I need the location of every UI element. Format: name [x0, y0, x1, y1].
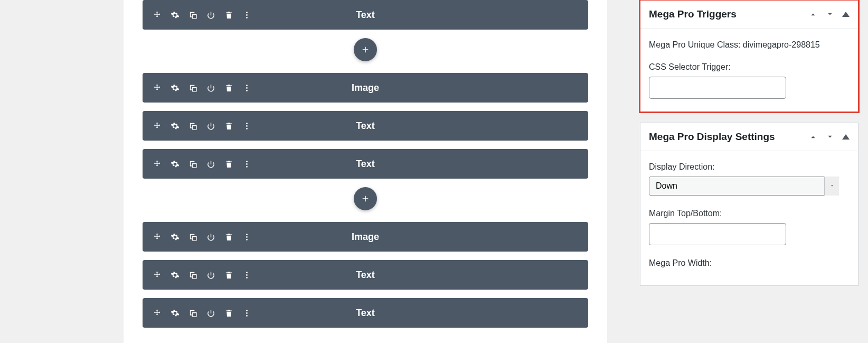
delete-icon[interactable]: [224, 121, 233, 131]
gear-icon[interactable]: [170, 308, 180, 318]
svg-point-1: [246, 14, 248, 16]
more-icon[interactable]: [242, 232, 251, 242]
gear-icon[interactable]: [170, 121, 180, 131]
module-toolbar: [143, 232, 251, 242]
svg-point-5: [246, 90, 248, 91]
delete-icon[interactable]: [224, 10, 233, 20]
power-icon[interactable]: [206, 10, 215, 20]
panel-controls: [808, 132, 850, 142]
editor-main-area: Text Image: [17, 0, 640, 343]
panel-title: Mega Pro Triggers: [649, 8, 737, 21]
delete-icon[interactable]: [224, 270, 233, 280]
duplicate-icon[interactable]: [188, 159, 197, 169]
module-toolbar: [143, 308, 251, 318]
move-icon[interactable]: [152, 83, 162, 92]
gear-icon[interactable]: [170, 270, 180, 280]
move-icon[interactable]: [152, 232, 162, 242]
width-label: Mega Pro Width:: [649, 257, 850, 270]
mega-pro-triggers-panel: Mega Pro Triggers Mega Pro Unique Class:…: [640, 0, 858, 112]
collapse-triangle-icon[interactable]: [842, 12, 850, 17]
mega-pro-display-panel: Mega Pro Display Settings Display Direct…: [640, 123, 858, 286]
move-icon[interactable]: [152, 159, 162, 169]
svg-point-10: [246, 163, 248, 165]
duplicate-icon[interactable]: [188, 83, 197, 92]
power-icon[interactable]: [206, 308, 215, 318]
more-icon[interactable]: [242, 121, 251, 131]
width-field: Mega Pro Width:: [649, 257, 850, 270]
delete-icon[interactable]: [224, 308, 233, 318]
add-module-button[interactable]: [354, 38, 377, 61]
unique-class-text: Mega Pro Unique Class: divimegapro-29881…: [649, 39, 850, 51]
svg-point-3: [246, 85, 248, 86]
margin-input[interactable]: [649, 223, 786, 245]
collapse-triangle-icon[interactable]: [842, 134, 850, 140]
gear-icon[interactable]: [170, 10, 180, 20]
display-direction-select-wrap: [649, 177, 839, 196]
panel-header: Mega Pro Triggers: [640, 1, 858, 29]
power-icon[interactable]: [206, 159, 215, 169]
margin-field: Margin Top/Bottom:: [649, 207, 850, 245]
chevron-up-icon[interactable]: [808, 10, 818, 19]
move-icon[interactable]: [152, 308, 162, 318]
module-toolbar: [143, 270, 251, 280]
delete-icon[interactable]: [224, 83, 233, 92]
css-trigger-label: CSS Selector Trigger:: [649, 61, 850, 73]
duplicate-icon[interactable]: [188, 10, 197, 20]
svg-point-6: [246, 123, 248, 124]
module-toolbar: [143, 159, 251, 169]
panel-controls: [808, 10, 850, 19]
module-toolbar: [143, 83, 251, 92]
chevron-down-icon[interactable]: [825, 132, 835, 142]
gear-icon[interactable]: [170, 159, 180, 169]
panel-header: Mega Pro Display Settings: [640, 123, 858, 152]
move-icon[interactable]: [152, 270, 162, 280]
add-module-button[interactable]: [354, 187, 377, 210]
svg-point-0: [246, 12, 248, 13]
svg-point-4: [246, 87, 248, 89]
chevron-down-icon[interactable]: [825, 10, 835, 19]
duplicate-icon[interactable]: [188, 270, 197, 280]
more-icon[interactable]: [242, 83, 251, 92]
margin-label: Margin Top/Bottom:: [649, 207, 850, 220]
css-trigger-input[interactable]: [649, 77, 786, 99]
power-icon[interactable]: [206, 121, 215, 131]
svg-point-2: [246, 17, 248, 18]
page-left-gutter: [0, 0, 17, 343]
duplicate-icon[interactable]: [188, 308, 197, 318]
gear-icon[interactable]: [170, 232, 180, 242]
svg-point-17: [246, 277, 248, 279]
power-icon[interactable]: [206, 232, 215, 242]
chevron-up-icon[interactable]: [808, 132, 818, 142]
gear-icon[interactable]: [170, 83, 180, 92]
more-icon[interactable]: [242, 159, 251, 169]
duplicate-icon[interactable]: [188, 121, 197, 131]
power-icon[interactable]: [206, 83, 215, 92]
duplicate-icon[interactable]: [188, 232, 197, 242]
power-icon[interactable]: [206, 270, 215, 280]
svg-point-7: [246, 125, 248, 127]
module-row: Text: [143, 111, 588, 141]
module-row: Text: [143, 149, 588, 179]
module-toolbar: [143, 10, 251, 20]
delete-icon[interactable]: [224, 159, 233, 169]
svg-point-15: [246, 272, 248, 273]
panel-title: Mega Pro Display Settings: [649, 131, 775, 144]
svg-point-8: [246, 128, 248, 129]
display-direction-select[interactable]: [649, 177, 839, 196]
more-icon[interactable]: [242, 270, 251, 280]
move-icon[interactable]: [152, 121, 162, 131]
module-row: Text: [143, 0, 588, 30]
delete-icon[interactable]: [224, 232, 233, 242]
more-icon[interactable]: [242, 10, 251, 20]
svg-point-18: [246, 310, 248, 311]
panel-body: Mega Pro Unique Class: divimegapro-29881…: [640, 29, 858, 112]
svg-point-13: [246, 236, 248, 238]
more-icon[interactable]: [242, 308, 251, 318]
display-direction-field: Display Direction:: [649, 161, 850, 196]
svg-point-19: [246, 312, 248, 314]
svg-point-20: [246, 315, 248, 317]
move-icon[interactable]: [152, 10, 162, 20]
settings-sidebar: Mega Pro Triggers Mega Pro Unique Class:…: [640, 0, 868, 343]
svg-point-16: [246, 274, 248, 276]
svg-point-9: [246, 161, 248, 162]
